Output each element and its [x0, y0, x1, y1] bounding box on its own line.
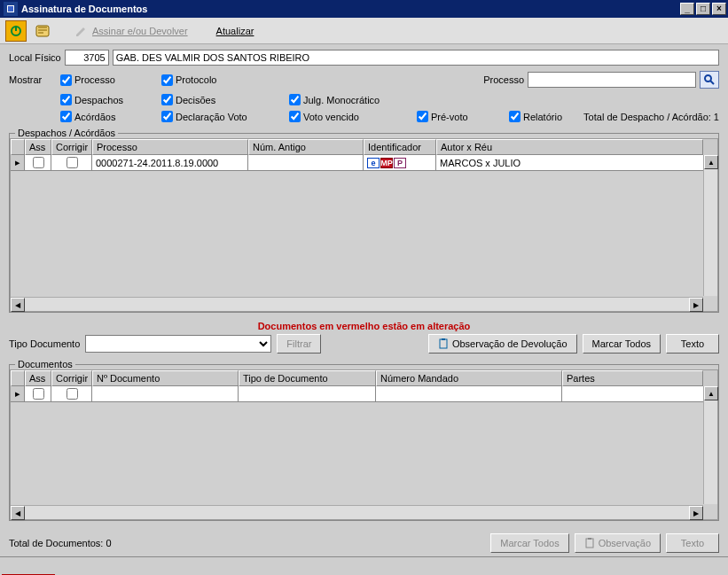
documentos-grid[interactable]: Ass Corrigir Nº Documento Tipo de Docume… [10, 369, 718, 520]
clipboard-icon [584, 538, 595, 548]
scroll-left-icon[interactable]: ◀ [11, 298, 25, 312]
processo-search-label: Processo [483, 74, 524, 85]
col-autor-reu[interactable]: Autor x Réu [436, 139, 703, 155]
grid1-hscroll[interactable]: ◀ ▶ [11, 297, 703, 311]
texto-button[interactable]: Texto [666, 334, 719, 354]
row2-corrigir-check[interactable] [67, 388, 78, 400]
statusbar [0, 556, 728, 574]
cell-identificador: e MP P [364, 155, 436, 171]
sign-icon [74, 24, 89, 38]
search-icon [703, 74, 716, 86]
chk-voto-vencido[interactable]: Voto vencido [289, 111, 413, 122]
col2-num-mandado[interactable]: Número Mandado [376, 370, 562, 386]
svg-rect-7 [440, 339, 447, 348]
marcar-todos-button[interactable]: Marcar Todos [583, 334, 661, 354]
chk-despachos[interactable]: Despachos [60, 94, 158, 105]
cell-num-antigo [248, 155, 364, 171]
chk-processo[interactable]: Processo [60, 74, 158, 86]
clipboard-icon [438, 338, 449, 349]
refresh-icon[interactable] [32, 20, 53, 42]
cell-autor-reu: MARCOS x JULIO [436, 155, 717, 171]
filtrar-button[interactable]: Filtrar [277, 334, 321, 354]
observacao-devolucao-button[interactable]: Observação de Devolução [428, 334, 577, 354]
titlebar: Assinatura de Documentos _ □ × [0, 0, 728, 18]
scroll-up-icon[interactable]: ▲ [704, 155, 718, 169]
svg-rect-9 [586, 539, 593, 548]
local-fisico-row: Local Físico [9, 50, 719, 66]
local-code-input[interactable] [65, 50, 109, 66]
row-marker: ▸ [11, 386, 25, 402]
maximize-button[interactable]: □ [696, 3, 710, 15]
scroll-up-icon[interactable]: ▲ [704, 386, 718, 400]
total-documentos-label: Total de Documentos: 0 [9, 538, 112, 548]
ident-mp-icon: MP [380, 158, 393, 168]
atualizar-link[interactable]: Atualizar [213, 24, 258, 38]
footer-marcar-todos-button[interactable]: Marcar Todos [490, 533, 568, 553]
close-button[interactable]: × [712, 3, 726, 15]
svg-line-6 [710, 81, 714, 84]
tipo-documento-label: Tipo Documento [9, 338, 80, 349]
grid2-hscroll[interactable]: ◀ ▶ [11, 505, 703, 519]
chk-protocolo[interactable]: Protocolo [161, 74, 286, 86]
footer-observacao-button[interactable]: Observação [575, 533, 661, 553]
local-fisico-label: Local Físico [9, 52, 61, 63]
table-row[interactable]: ▸ [11, 386, 717, 402]
processo-search-input[interactable] [528, 72, 696, 88]
cell-processo: 0000271-24.2011.8.19.0000 [92, 155, 248, 171]
documentos-legend: Documentos [15, 359, 75, 369]
col2-corrigir[interactable]: Corrigir [51, 370, 92, 386]
row-corrigir-check[interactable] [67, 157, 78, 168]
col-identificador[interactable]: Identificador [364, 139, 436, 155]
grid1-vscroll[interactable]: ▲ [703, 155, 717, 296]
col-ass[interactable]: Ass [25, 139, 51, 155]
app-icon [4, 2, 18, 16]
power-icon[interactable] [5, 20, 27, 42]
table-row[interactable]: ▸ 0000271-24.2011.8.19.0000 e MP P MARCO… [11, 155, 717, 171]
chk-acordaos[interactable]: Acórdãos [60, 111, 158, 122]
scroll-left-icon[interactable]: ◀ [11, 506, 25, 520]
despachos-fieldset: Despachos / Acórdãos Ass Corrigir Proces… [9, 128, 719, 313]
despachos-legend: Despachos / Acórdãos [15, 128, 118, 138]
svg-rect-1 [8, 6, 13, 12]
col-num-antigo[interactable]: Núm. Antigo [248, 139, 364, 155]
row-marker: ▸ [11, 155, 25, 171]
scroll-right-icon[interactable]: ▶ [689, 506, 703, 520]
mostrar-label: Mostrar [9, 74, 57, 85]
ident-p-icon: P [394, 158, 406, 168]
row-ass-check[interactable] [33, 157, 44, 168]
chk-decisoes[interactable]: Decisões [161, 94, 286, 105]
col2-num-doc[interactable]: Nº Documento [92, 370, 239, 386]
chk-julg-mono[interactable]: Julg. Monocrático [289, 94, 413, 105]
grid2-vscroll[interactable]: ▲ [703, 386, 717, 504]
row2-ass-check[interactable] [33, 388, 44, 400]
chk-decl-voto[interactable]: Declaração Voto [161, 111, 286, 122]
footer: Total de Documentos: 0 Marcar Todos Obse… [0, 530, 728, 556]
svg-point-5 [705, 75, 711, 82]
local-name-input[interactable] [113, 50, 719, 66]
col2-partes[interactable]: Partes [562, 370, 703, 386]
documentos-fieldset: Documentos Ass Corrigir Nº Documento Tip… [9, 359, 719, 521]
toolbar: Assinar e/ou Devolver Atualizar [0, 18, 728, 44]
alteration-warning: Documentos em vermelho estão em alteraçã… [9, 318, 719, 334]
scroll-right-icon[interactable]: ▶ [689, 298, 703, 312]
tipo-documento-select[interactable] [85, 335, 271, 353]
ident-e-icon: e [367, 158, 380, 168]
svg-rect-10 [588, 538, 591, 540]
col2-tipo-doc[interactable]: Tipo de Documento [239, 370, 376, 386]
minimize-button[interactable]: _ [680, 3, 694, 15]
col2-ass[interactable]: Ass [25, 370, 51, 386]
total-despacho-label: Total de Despacho / Acórdão: 1 [583, 112, 719, 122]
chk-relatorio[interactable]: Relatório [509, 111, 562, 122]
chk-pre-voto[interactable]: Pré-voto [417, 111, 505, 122]
search-button[interactable] [700, 71, 719, 89]
window-title: Assinatura de Documentos [21, 4, 147, 14]
despachos-grid[interactable]: Ass Corrigir Processo Núm. Antigo Identi… [10, 138, 718, 312]
col-corrigir[interactable]: Corrigir [51, 139, 92, 155]
col-processo[interactable]: Processo [92, 139, 248, 155]
footer-texto-button[interactable]: Texto [666, 533, 719, 553]
svg-rect-8 [442, 338, 445, 340]
assinar-devolver-link: Assinar e/ou Devolver [71, 22, 192, 40]
